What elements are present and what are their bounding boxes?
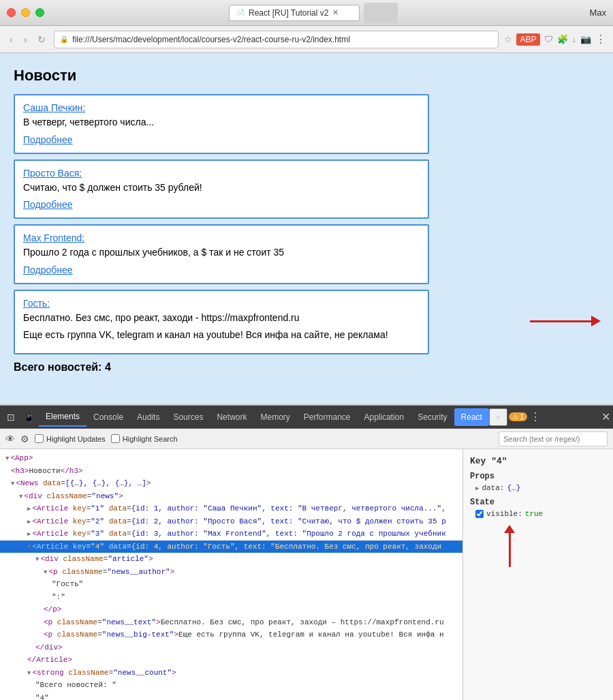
devtools: ⊡ 📱 Elements Console Audits Sources Netw…	[0, 404, 613, 700]
react-arrow-head-up	[504, 525, 515, 533]
tab-memory[interactable]: Memory	[253, 408, 296, 426]
user-label: Max	[589, 7, 606, 18]
dom-line-article4[interactable]: ▼<Article key="4" data={id: 4, author: "…	[0, 541, 462, 553]
screenshot-button[interactable]: 📷	[580, 34, 591, 44]
browser-tab[interactable]: 📄 React [RU] Tutorial v2 ✕	[229, 5, 360, 21]
tab-more[interactable]: »	[489, 408, 507, 426]
tab-icon: 📄	[236, 9, 245, 16]
arrow-annotation	[530, 316, 601, 326]
download-button[interactable]: ↓	[572, 34, 577, 44]
news-card-1: Саша Печкин: В четверг, четвертого числа…	[14, 94, 429, 154]
highlight-updates-checkbox[interactable]	[35, 434, 44, 443]
news-author-1[interactable]: Саша Печкин:	[23, 102, 420, 113]
dom-line-article1[interactable]: ▶<Article key="1" data={id: 1, author: "…	[0, 502, 462, 515]
dom-line-count-text1[interactable]: "Всего новостей: "	[0, 679, 462, 692]
forward-button[interactable]: ›	[21, 33, 30, 46]
address-actions: ☆ ABP 🛡 🧩 ↓ 📷 ⋮	[504, 33, 606, 46]
react-panel: Key "4" Props ▶ data: {…} State visible:…	[463, 449, 613, 700]
react-arrow	[504, 525, 515, 567]
titlebar: 📄 React [RU] Tutorial v2 ✕ Max	[0, 0, 613, 26]
dom-line-article2[interactable]: ▶<Article key="2" data={id: 2, author: "…	[0, 515, 462, 528]
news-card-4: Гость: Бесплатно. Без смс, про реакт, за…	[14, 290, 429, 354]
dom-line-text-colon[interactable]: ":"	[0, 591, 462, 604]
news-author-4[interactable]: Гость:	[23, 298, 420, 309]
dom-line-p-close[interactable]: </p>	[0, 603, 462, 616]
dom-line-news[interactable]: ▼<News data=[{…}, {…}, {…}, …]>	[0, 477, 462, 490]
address-field[interactable]: 🔒 file:///Users/mac/development/local/co…	[54, 31, 499, 48]
highlight-updates-label[interactable]: Highlight Updates	[35, 434, 106, 443]
dom-line-h3[interactable]: <h3>Новости</h3>	[0, 465, 462, 478]
state-visible-checkbox[interactable]	[475, 510, 484, 518]
props-triangle: ▶	[475, 485, 479, 492]
devtools-mobile-icon[interactable]: 📱	[19, 409, 39, 425]
tab-network[interactable]: Network	[210, 408, 253, 426]
devtools-close-button[interactable]: ✕	[601, 410, 610, 423]
dom-line-count-text2[interactable]: "4"	[0, 692, 462, 701]
devtools-toolbar: 👁 ⚙ Highlight Updates Highlight Search	[0, 429, 613, 449]
maximize-button[interactable]	[35, 8, 44, 17]
arrow-head	[591, 316, 601, 326]
news-author-2[interactable]: Просто Вася:	[23, 168, 420, 179]
close-button[interactable]	[7, 8, 16, 17]
tab-performance[interactable]: Performance	[297, 408, 358, 426]
dom-line-article3[interactable]: ▶<Article key="3" data={id: 3, author: "…	[0, 528, 462, 541]
tab-area: 📄 React [RU] Tutorial v2 ✕	[44, 3, 582, 23]
dom-line-div-news[interactable]: ▼<div className="news">	[0, 490, 462, 503]
warning-badge: ⚠ 1	[509, 412, 527, 421]
news-author-3[interactable]: Max Frontend:	[23, 232, 420, 243]
highlight-search-checkbox[interactable]	[111, 434, 120, 443]
react-state-title: State	[470, 498, 606, 507]
adblock-button[interactable]: ABP	[516, 33, 539, 46]
tab-audits[interactable]: Audits	[130, 408, 166, 426]
address-url: file:///Users/mac/development/local/cour…	[72, 35, 349, 44]
dom-panel: ▼<App> <h3>Новости</h3> ▼<News data=[{…}…	[0, 449, 463, 700]
devtools-inspect-icon[interactable]: ⊡	[3, 409, 19, 425]
tab-elements[interactable]: Elements	[39, 408, 87, 427]
dom-line-app[interactable]: ▼<App>	[0, 452, 462, 465]
react-state-visible: visible: true	[470, 510, 606, 518]
dom-line-div-article[interactable]: ▼<div className="article">	[0, 553, 462, 566]
menu-button[interactable]: ⋮	[595, 33, 606, 46]
news-link-3[interactable]: Подробнее	[23, 264, 73, 275]
addressbar: ‹ › ↻ 🔒 file:///Users/mac/development/lo…	[0, 26, 613, 53]
devtools-search-input[interactable]	[499, 431, 608, 446]
react-props-data: ▶ data: {…}	[470, 484, 606, 492]
tab-security[interactable]: Security	[411, 408, 454, 426]
tab-close-button[interactable]: ✕	[332, 8, 339, 17]
devtools-options-button[interactable]: ⋮	[530, 410, 541, 423]
eye-icon-button[interactable]: 👁	[5, 433, 15, 444]
refresh-button[interactable]: ↻	[35, 33, 48, 46]
news-text-4a: Бесплатно. Без смс, про реакт, заходи - …	[23, 311, 420, 325]
tab-console[interactable]: Console	[87, 408, 130, 426]
back-button[interactable]: ‹	[7, 33, 16, 46]
dom-line-text-guest[interactable]: "Гость"	[0, 578, 462, 591]
dom-line-p-bigtext[interactable]: <p className="news__big-text">Еще есть г…	[0, 628, 462, 641]
extensions-button[interactable]: 🧩	[557, 34, 568, 44]
react-props-title: Props	[470, 472, 606, 481]
dom-line-strong[interactable]: ▼<strong className="news__count">	[0, 667, 462, 680]
dom-line-p-text[interactable]: <p className="news__text">Бесплатно. Без…	[0, 616, 462, 629]
star-button[interactable]: ☆	[504, 34, 512, 44]
dom-line-p-author[interactable]: ▼<p className="news__author">	[0, 566, 462, 579]
devtools-main: ▼<App> <h3>Новости</h3> ▼<News data=[{…}…	[0, 449, 613, 700]
tab-application[interactable]: Application	[358, 408, 411, 426]
settings-icon-button[interactable]: ⚙	[20, 433, 29, 444]
devtools-tabs: ⊡ 📱 Elements Console Audits Sources Netw…	[0, 406, 613, 429]
news-link-2[interactable]: Подробнее	[23, 199, 73, 210]
dom-line-div-close[interactable]: </div>	[0, 641, 462, 654]
react-arrow-body	[509, 533, 511, 567]
highlight-search-label[interactable]: Highlight Search	[111, 434, 178, 443]
window-controls	[7, 8, 44, 17]
tab-react[interactable]: React	[454, 408, 489, 426]
dom-line-article-close[interactable]: </Article>	[0, 654, 462, 667]
highlight-search-text: Highlight Search	[123, 435, 178, 443]
news-text-3: Прошло 2 года с прошлых учебников, а $ т…	[23, 246, 420, 260]
triangle-icon: ▼	[5, 455, 9, 462]
tab-sources[interactable]: Sources	[166, 408, 210, 426]
news-card-3: Max Frontend: Прошло 2 года с прошлых уч…	[14, 224, 429, 284]
arrow-line	[530, 320, 591, 322]
news-text-2: Считаю, что $ должен стоить 35 рублей!	[23, 181, 420, 195]
shield-button[interactable]: 🛡	[544, 34, 553, 44]
minimize-button[interactable]	[21, 8, 30, 17]
news-link-1[interactable]: Подробнее	[23, 134, 73, 145]
